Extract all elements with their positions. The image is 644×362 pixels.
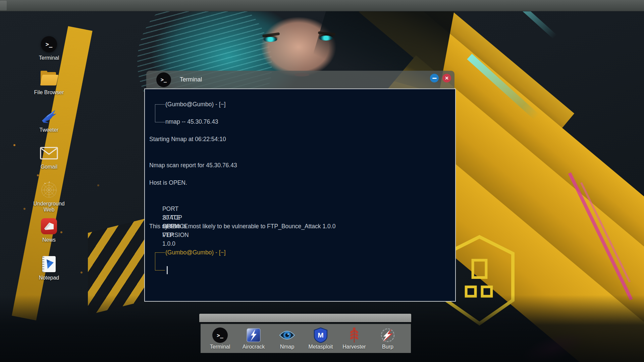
port-table: PORT STATE SERVICE VERSION 20 TCP OPEN F… — [149, 196, 450, 213]
desktop-icon-underground-web[interactable]: Underground Web — [30, 181, 68, 213]
desktop-icon-tweeter[interactable]: Tweeter — [30, 108, 68, 133]
nmap-starting-line: Starting Nmap at 06:22:54:10 — [149, 135, 450, 143]
prompt-user-host: (Gumbo@Gumbo) - [~] — [165, 100, 450, 109]
folder-icon — [41, 72, 57, 85]
minimize-icon — [432, 78, 437, 79]
terminal-titlebar[interactable]: >_ Terminal ✕ — [146, 71, 454, 88]
close-button[interactable]: ✕ — [442, 74, 451, 82]
port-table-header: PORT STATE SERVICE VERSION — [149, 196, 450, 204]
terminal-icon: >_ — [156, 72, 171, 87]
dock-item-label: Harvester — [337, 344, 371, 350]
desktop-icon-label: Terminal — [30, 55, 68, 61]
window-title: Terminal — [180, 76, 202, 83]
minimize-button[interactable] — [430, 74, 439, 82]
prompt-command: nmap -- 45.30.76.43 — [165, 117, 450, 126]
dock-item-burp[interactable]: Burp — [371, 324, 405, 353]
text-cursor — [167, 266, 168, 274]
burp-icon — [380, 328, 395, 343]
envelope-icon — [40, 147, 58, 160]
desktop-icon-terminal[interactable]: >_ Terminal — [30, 36, 68, 61]
airocrack-icon — [247, 328, 261, 343]
desktop-icon-label: Tweeter — [30, 127, 68, 133]
terminal-window: >_ Terminal ✕ (Gumbo@Gumbo) - [~] nmap -… — [144, 71, 456, 302]
prompt-tree — [155, 252, 165, 270]
desktop-icon-label: Gomail — [30, 164, 68, 170]
col-port: PORT — [162, 204, 205, 213]
desktop-icon-file-browser[interactable]: File Browser — [30, 70, 68, 96]
dock-item-terminal[interactable]: >_ Terminal — [203, 324, 237, 353]
top-bar-handle[interactable] — [0, 1, 7, 10]
close-icon: ✕ — [445, 76, 449, 80]
svg-text:M: M — [318, 331, 324, 339]
notepad-icon — [42, 256, 56, 272]
wallpaper-circuit-dots — [13, 144, 15, 146]
nmap-report-line: Nmap scan report for 45.30.76.43 — [149, 161, 450, 170]
dock-item-label: Terminal — [203, 344, 237, 350]
desktop-icon-label: Underground Web — [30, 201, 68, 213]
vulnerability-line: This system is most likely to be vulnera… — [149, 222, 450, 231]
dock-item-airocrack[interactable]: Airocrack — [237, 324, 270, 353]
desktop-icon-label: News — [30, 237, 68, 243]
dock-item-label: Nmap — [270, 344, 304, 350]
dock-item-nmap[interactable]: Nmap — [270, 324, 304, 353]
desktop-icon-notepad[interactable]: Notepad — [30, 255, 68, 281]
bird-icon — [40, 109, 58, 124]
dock-item-label: Metasploit — [304, 344, 337, 350]
prompt-user-host: (Gumbo@Gumbo) - [~] — [165, 248, 450, 257]
dock-item-label: Burp — [371, 344, 405, 350]
nmap-icon — [279, 330, 295, 341]
wallpaper-eye — [264, 37, 277, 42]
dock-item-label: Airocrack — [237, 344, 270, 350]
dock-handle-strip[interactable] — [199, 314, 411, 322]
prompt-block: (Gumbo@Gumbo) - [~] — [149, 248, 450, 274]
top-bar — [0, 0, 644, 11]
terminal-icon: >_ — [212, 327, 228, 343]
desktop-icon-gomail[interactable]: Gomail — [30, 144, 68, 170]
desktop-icon-label: File Browser — [30, 89, 68, 96]
desktop-icon-label: Notepad — [30, 275, 68, 281]
dock-item-metasploit[interactable]: M Metasploit — [304, 324, 337, 353]
dock-item-harvester[interactable]: Harvester — [337, 324, 371, 353]
desktop-icon-news[interactable]: News — [30, 218, 68, 243]
prompt-block: (Gumbo@Gumbo) - [~] nmap -- 45.30.76.43 — [149, 100, 450, 126]
metasploit-icon: M — [314, 327, 328, 343]
terminal-output-area[interactable]: (Gumbo@Gumbo) - [~] nmap -- 45.30.76.43 … — [144, 88, 456, 302]
dock: >_ Terminal Airocrack Nmap — [201, 324, 411, 353]
web-icon — [41, 182, 57, 198]
terminal-icon: >_ — [41, 36, 57, 52]
wallpaper-eye — [319, 36, 333, 41]
host-status-line: Host is OPEN. — [149, 178, 450, 187]
news-icon — [41, 218, 57, 234]
prompt-tree — [155, 104, 165, 122]
harvester-icon — [349, 327, 359, 343]
prompt-input-line[interactable] — [165, 265, 450, 274]
